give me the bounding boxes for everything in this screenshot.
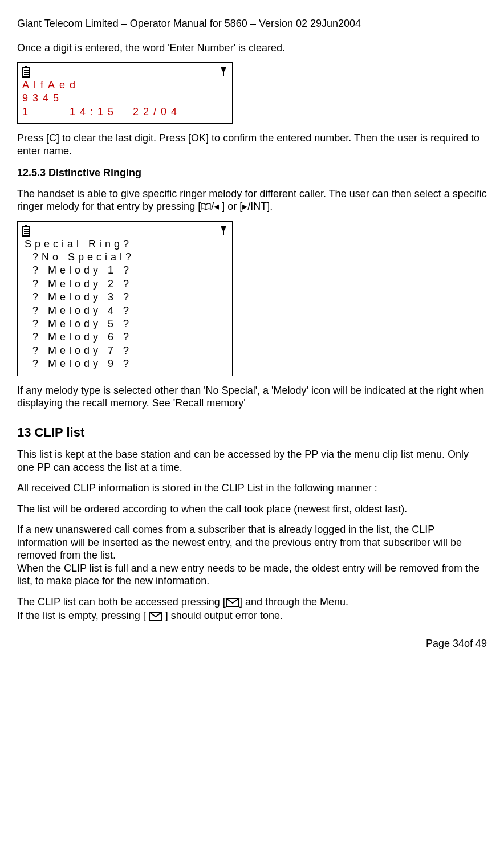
paragraph: If the list is empty, pressing [ ] shoul… — [17, 609, 487, 622]
right-triangle-icon: ▸ — [242, 201, 247, 212]
screen-menu-line: ? Melody 1 ? — [22, 264, 227, 277]
svg-rect-3 — [24, 72, 29, 73]
envelope-icon — [226, 598, 239, 607]
page-footer: Page 34of 49 — [17, 637, 487, 650]
battery-icon — [22, 66, 30, 78]
screen-menu-line: ? Melody 6 ? — [22, 331, 227, 344]
screen-status-bar — [22, 225, 227, 237]
text-run: ] should output error tone. — [165, 610, 283, 621]
paragraph: All received CLIP information is stored … — [17, 482, 487, 495]
screen-menu-line: ? Melody 4 ? — [22, 304, 227, 317]
screen-line: 1 14:15 22/04 — [22, 105, 227, 119]
book-icon — [201, 203, 211, 210]
section-heading: 13 CLIP list — [17, 425, 487, 441]
section-number: 13 — [17, 425, 31, 439]
paragraph: The handset is able to give specific rin… — [17, 188, 487, 213]
paragraph: The list will be ordered according to wh… — [17, 503, 487, 516]
text-run: If the list is empty, pressing [ — [17, 610, 146, 621]
screen-status-bar — [22, 66, 227, 78]
screen-menu-line: ? Melody 7 ? — [22, 344, 227, 357]
text-run: /INT]. — [247, 201, 273, 212]
lcd-screen-1: AlfAed 9345 1 14:15 22/04 — [17, 62, 233, 124]
text-run: ] and through the Menu. — [239, 596, 348, 608]
screen-title-line: Special Ring? — [22, 238, 227, 251]
paragraph: If a new unanswered call comes from a su… — [17, 523, 487, 562]
svg-rect-8 — [24, 229, 29, 230]
paragraph: This list is kept at the base station an… — [17, 448, 487, 474]
subsection-number: 12.5.3 — [17, 167, 46, 178]
screen-line: 9345 — [22, 92, 227, 105]
svg-rect-2 — [24, 70, 29, 71]
envelope-icon — [149, 612, 162, 621]
paragraph: The CLIP list can both be accessed press… — [17, 596, 487, 609]
subsection-title: Distinctive Ringing — [48, 167, 141, 178]
paragraph: If any melody type is selected other tha… — [17, 384, 487, 410]
paragraph: Once a digit is entered, the word 'Enter… — [17, 42, 487, 55]
text-run: The CLIP list can both be accessed press… — [17, 596, 226, 608]
page-header: Giant Telecom Limited – Operator Manual … — [17, 17, 487, 30]
section-title: CLIP list — [35, 425, 85, 439]
svg-rect-4 — [24, 74, 29, 75]
screen-menu-line: ? Melody 9 ? — [22, 357, 227, 370]
battery-icon — [22, 225, 30, 237]
paragraph: Press [C] to clear the last digit. Press… — [17, 132, 487, 157]
lcd-screen-2: Special Ring? ?No Special?? Melody 1 ?? … — [17, 221, 233, 376]
antenna-icon — [220, 225, 227, 237]
screen-menu-line: ? Melody 2 ? — [22, 278, 227, 291]
paragraph: When the CLIP list is full and a new ent… — [17, 562, 487, 588]
screen-menu-line: ? Melody 3 ? — [22, 291, 227, 304]
text-run: ] or [ — [222, 201, 242, 212]
antenna-icon — [220, 66, 227, 78]
screen-menu-line: ?No Special? — [22, 251, 227, 264]
left-triangle-icon: ◂ — [214, 201, 219, 212]
screen-menu-line: ? Melody 5 ? — [22, 317, 227, 331]
screen-line: AlfAed — [22, 79, 227, 92]
svg-rect-9 — [24, 231, 29, 232]
subsection-heading: 12.5.3 Distinctive Ringing — [17, 166, 487, 180]
svg-rect-10 — [24, 233, 29, 234]
